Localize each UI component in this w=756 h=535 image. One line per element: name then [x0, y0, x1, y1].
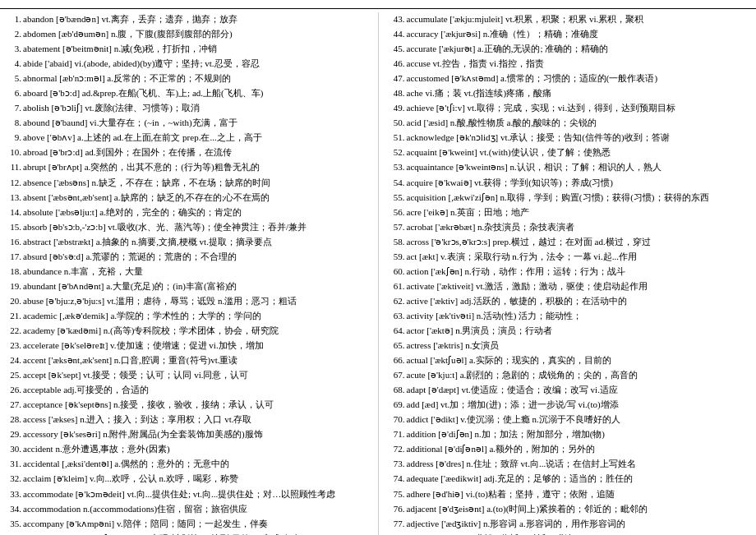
entry-content: absorb [əb'sɔ:b,-'zɔ:b] vt.吸收(水、光、蒸汽等)；使…: [23, 220, 368, 234]
list-item: 62.active ['æktiv] adj.活跃的，敏捷的，积极的；在活动中的: [389, 294, 752, 308]
entry-number: 59.: [389, 250, 405, 264]
entry-number: 8.: [5, 116, 21, 130]
entry-number: 51.: [389, 131, 405, 145]
entry-number: 73.: [389, 457, 405, 471]
list-item: 56.acre ['eikə] n.英亩；田地；地产: [389, 205, 752, 219]
list-item: 59.act [ækt] v.表演；采取行动 n.行为，法令；一幕 vi.起..…: [389, 250, 752, 264]
list-item: 24.accent ['æksənt,æk'sent] n.口音,腔调；重音(符…: [5, 353, 368, 367]
entry-content: add [æd] vt.加；增加(进)；添；进一步说/写 vi.(to)增添: [407, 398, 752, 412]
entry-content: abandon [ə'bændən] vt.离弃，丢弃；遗弃，抛弃；放弃: [23, 12, 368, 26]
entry-content: addict ['ədikt] v.使沉溺；使上瘾 n.沉溺于不良嗜好的人: [407, 413, 752, 427]
entry-number: 74.: [389, 472, 405, 486]
list-item: 51.acknowledge [ək'nɔlidʒ] vt.承认；接受；告知(信…: [389, 131, 752, 145]
entry-number: 53.: [389, 160, 405, 174]
entry-content: accelerate [ək'seləreɪt] v.使加速；使增速；促进 vi…: [23, 339, 368, 353]
entry-number: 27.: [5, 398, 21, 412]
list-item: 28.access ['ækses] n.进入；接入；到达；享用权；入口 vt.…: [5, 413, 368, 427]
list-item: 21.academic [,ækə'demik] a.学院的；学术性的；大学的；…: [5, 309, 368, 323]
entry-number: 60.: [389, 265, 405, 279]
entry-number: 12.: [5, 176, 21, 190]
entry-number: 47.: [389, 71, 405, 85]
list-item: 13.absent ['æbsənt,æb'sent] a.缺席的；缺乏的,不存…: [5, 191, 368, 205]
entry-number: 28.: [5, 413, 21, 427]
entry-number: 1.: [5, 12, 21, 26]
entry-number: 55.: [389, 191, 405, 205]
list-item: 34.accommodation n.(accommodations)住宿，留宿…: [5, 502, 368, 516]
entry-content: adequate ['æedikwit] adj.充足的；足够的；适当的；胜任的: [407, 472, 752, 486]
entry-number: 4.: [5, 57, 21, 71]
list-item: 58.across ['ə'krɔs,ə'krɔ:s] prep.横过，越过；在…: [389, 235, 752, 249]
entry-number: 29.: [5, 427, 21, 441]
entry-number: 48.: [389, 86, 405, 100]
entry-content: ache vi.痛；装 vt.(指连续)疼痛，酸痛: [407, 86, 752, 100]
entry-number: 31.: [5, 457, 21, 471]
left-column: 1.abandon [ə'bændən] vt.离弃，丢弃；遗弃，抛弃；放弃2.…: [5, 12, 368, 535]
list-item: 16.abstract ['æbstrækt] a.抽象的 n.摘要,文摘,梗概…: [5, 235, 368, 249]
entry-content: acceptable adj.可接受的，合适的: [23, 383, 368, 397]
list-item: 57.acrobat ['ækrəbæt] n.杂技演员；杂技表演者: [389, 220, 752, 234]
entry-number: 2.: [5, 27, 21, 41]
list-item: 69.add [æd] vt.加；增加(进)；添；进一步说/写 vi.(to)增…: [389, 398, 752, 412]
list-item: 45.accurate ['ækjurət] a.正确的,无误的; 准确的；精确…: [389, 42, 752, 56]
entry-number: 57.: [389, 220, 405, 234]
entry-content: adhere [əd'hiə] vi.(to)粘着；坚持，遵守；依附，追随: [407, 487, 752, 501]
list-item: 47.accustomed [ə'kʌstəmd] a.惯常的；习惯的；适应的(…: [389, 71, 752, 85]
entry-number: 3.: [5, 42, 21, 56]
entry-number: 15.: [5, 220, 21, 234]
entry-content: abnormal [æb'nɔ:məl] a.反常的；不正常的；不规则的: [23, 71, 368, 85]
list-item: 23.accelerate [ək'seləreɪt] v.使加速；使增速；促进…: [5, 339, 368, 353]
list-item: 11.abrupt [ə'brʌpt] a.突然的，出其不意的；(行为等)粗鲁无…: [5, 160, 368, 174]
entry-content: accumulate ['ækju:mjuleit] vt.积累，积聚；积累 v…: [407, 12, 752, 26]
entry-content: accommodation n.(accommodations)住宿，留宿；旅宿…: [23, 502, 368, 516]
entry-number: 77.: [389, 517, 405, 531]
entry-number: 24.: [5, 353, 21, 367]
entry-number: 58.: [389, 235, 405, 249]
list-item: 2.abdomen [æb'dəumən] n.腹，下腹(腹部到腹部的部分): [5, 27, 368, 41]
list-item: 12.absence ['æbsəns] n.缺乏，不存在；缺席，不在场；缺席的…: [5, 176, 368, 190]
entry-content: abundance n.丰富，充裕，大量: [23, 265, 368, 279]
entry-number: 78.: [389, 532, 405, 535]
list-item: 52.acquaint [ə'kweint] vt.(with)使认识，使了解；…: [389, 145, 752, 159]
entry-number: 23.: [5, 339, 21, 353]
entry-number: 35.: [5, 517, 21, 531]
list-item: 54.acquire [ə'kwaiə] vt.获得；学到(知识等)；养成(习惯…: [389, 176, 752, 190]
entry-content: across ['ə'krɔs,ə'krɔ:s] prep.横过，越过；在对面 …: [407, 235, 752, 249]
entry-number: 5.: [5, 71, 21, 85]
entry-content: accent ['æksənt,æk'sent] n.口音,腔调；重音(符号)v…: [23, 353, 368, 367]
list-item: 31.accidental [,æksi'dentəl] a.偶然的；意外的；无…: [5, 457, 368, 471]
entry-number: 26.: [5, 383, 21, 397]
list-item: 5.abnormal [æb'nɔ:məl] a.反常的；不正常的；不规则的: [5, 71, 368, 85]
list-item: 68.adapt [ə'dæpt] vt.使适应；使适合；改编；改写 vi.适应: [389, 383, 752, 397]
entry-content: absurd [əb'sə:d] a.荒谬的；荒诞的；荒唐的；不合理的: [23, 250, 368, 264]
entry-content: accessory [ək'sesəri] n.附件,附属品(为全套装饰加美感的…: [23, 427, 368, 441]
entry-number: 14.: [5, 205, 21, 219]
entry-content: additional [ə'diʃənəl] a.额外的，附加的；另外的: [407, 442, 752, 456]
entry-number: 50.: [389, 116, 405, 130]
entry-number: 11.: [5, 160, 21, 174]
entry-number: 72.: [389, 442, 405, 456]
list-item: 33.accommodate [ə'kɔmədeit] vt.向...提供住处;…: [5, 487, 368, 501]
entry-content: abolish [ə'bɔliʃ] vt.废除(法律、习惯等)；取消: [23, 101, 368, 115]
entry-content: access ['ækses] n.进入；接入；到达；享用权；入口 vt.存取: [23, 413, 368, 427]
entry-content: acid ['æsid] n.酸,酸性物质 a.酸的,酸味的；尖锐的: [407, 116, 752, 130]
entry-content: abstract ['æbstrækt] a.抽象的 n.摘要,文摘,梗概 vt…: [23, 235, 368, 249]
page-header: [0, 0, 756, 9]
list-item: 75.adhere [əd'hiə] vi.(to)粘着；坚持，遵守；依附，追随: [389, 487, 752, 501]
entry-content: acquisition [,ækwi'ziʃən] n.取得，学到；购置(习惯)…: [407, 191, 752, 205]
list-item: 25.accept [ək'sept] vt.接受；领受；认可；认同 vi.同意…: [5, 368, 368, 382]
list-item: 53.acquaintance [ə'kweintəns] n.认识，相识；了解…: [389, 160, 752, 174]
entry-content: above ['əbʌv] a.上述的 ad.在上面,在前文 prep.在...…: [23, 131, 368, 145]
list-item: 22.academy [ə'kædəmi] n.(高等)专科院校；学术团体，协会…: [5, 324, 368, 338]
entry-number: 44.: [389, 27, 405, 41]
entry-content: activity [æk'tivəti] n.活动(性) 活力；能动性；: [407, 309, 752, 323]
entry-number: 36.: [5, 532, 21, 535]
entry-number: 56.: [389, 205, 405, 219]
entry-number: 52.: [389, 145, 405, 159]
entry-number: 68.: [389, 383, 405, 397]
list-item: 67.acute [ə'kju:t] a.剧烈的；急剧的；成锐角的；尖的，高音的: [389, 368, 752, 382]
list-item: 78.adjoin [ə'dʒɔin] v.毗邻，靠近，贴近，毗连: [389, 532, 752, 535]
list-item: 63.activity [æk'tivəti] n.活动(性) 活力；能动性；: [389, 309, 752, 323]
list-item: 74.adequate ['æedikwit] adj.充足的；足够的；适当的；…: [389, 472, 752, 486]
entry-number: 43.: [389, 12, 405, 26]
list-item: 72.additional [ə'diʃənəl] a.额外的，附加的；另外的: [389, 442, 752, 456]
